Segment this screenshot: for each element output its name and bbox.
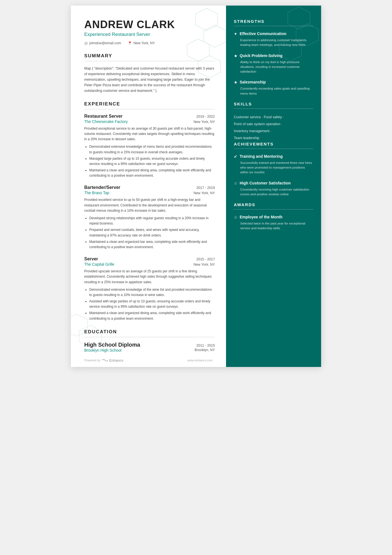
- skill-2: Point of sale system operation ·: [234, 121, 313, 128]
- email-icon: @: [84, 41, 88, 45]
- job-1: Restaurant Server 2019 - 2022 The Cheese…: [84, 114, 215, 179]
- edu-1-school: Brooklyn High School: [84, 348, 121, 352]
- powered-by: Powered by Enhancv: [84, 358, 123, 362]
- strength-1-icon: ✦: [234, 31, 237, 36]
- job-3-company-row: The Capital Grille New York, NY: [84, 262, 215, 267]
- resume-header: ANDREW CLARK Experienced Restaurant Serv…: [84, 19, 215, 45]
- job-1-desc: Provided exceptional service to an avera…: [84, 126, 215, 142]
- location-contact: 📍 New York, NY: [128, 41, 155, 45]
- skills-title: SKILLS: [234, 102, 313, 106]
- job-1-header: Restaurant Server 2019 - 2022: [84, 114, 215, 119]
- resume-wrapper: ANDREW CLARK Experienced Restaurant Serv…: [71, 6, 321, 367]
- strength-3-icon: ★: [234, 80, 237, 85]
- education-title: EDUCATION: [84, 329, 215, 335]
- achievement-2-icon: ☆: [234, 181, 237, 186]
- list-item: Maintained a clean and organized bar are…: [89, 239, 215, 250]
- job-2-company-row: The Brass Tap New York, NY: [84, 191, 215, 195]
- achievements-section: ACHIEVEMENTS ✔ Training and Mentoring Su…: [234, 142, 313, 197]
- strength-3-desc: Consistently exceeding sales goals and u…: [234, 86, 313, 96]
- achievements-title: ACHIEVEMENTS: [234, 142, 313, 146]
- strength-1-desc: Experience in addressing customer compla…: [234, 38, 313, 48]
- edu-1-location: Brooklyn, NY: [195, 348, 215, 352]
- job-1-company: The Cheesecake Factory: [84, 119, 128, 124]
- achievement-1-name: Training and Mentoring: [240, 154, 283, 159]
- location-value: New York, NY: [133, 41, 155, 45]
- award-1-header: ☆ Employee of the Month: [234, 214, 313, 220]
- strength-2-header: ★ Quick Problem-Solving: [234, 53, 313, 58]
- experience-section: EXPERIENCE Restaurant Server 2019 - 2022…: [84, 101, 215, 321]
- strength-3-header: ★ Salesmanship: [234, 80, 313, 85]
- list-item: Managed large parties of up to 15 guests…: [89, 156, 215, 167]
- job-2-location: New York, NY: [193, 191, 215, 195]
- summary-text: Map { "description": "Dedicated and cust…: [84, 66, 215, 93]
- right-column: STRENGTHS ✦ Effective Communication Expe…: [226, 6, 321, 367]
- award-1-desc: Selected twice in the past year for exce…: [234, 221, 313, 231]
- achievement-1: ✔ Training and Mentoring Successfully tr…: [234, 154, 313, 175]
- list-item: Demonstrated extensive knowledge of the …: [89, 287, 215, 298]
- award-1-name: Employee of the Month: [240, 214, 282, 219]
- strength-2-name: Quick Problem-Solving: [240, 53, 282, 58]
- job-3-dates: 2015 - 2017: [196, 257, 215, 261]
- achievement-1-desc: Successfully trained and mentored three …: [234, 161, 313, 175]
- job-3-location: New York, NY: [193, 263, 215, 267]
- skills-divider: [234, 108, 313, 109]
- strengths-section: STRENGTHS ✦ Effective Communication Expe…: [234, 19, 313, 96]
- job-3-desc: Provided upscale service to an average o…: [84, 269, 215, 285]
- education-divider: [84, 337, 215, 337]
- job-2: Bartender/Server 2017 - 2019 The Brass T…: [84, 185, 215, 250]
- job-3-header: Server 2015 - 2017: [84, 256, 215, 262]
- summary-divider: [84, 61, 215, 61]
- strength-3-name: Salesmanship: [240, 80, 266, 85]
- education-section: EDUCATION High School Diploma 2011 - 201…: [84, 329, 215, 352]
- summary-section: SUMMARY Map { "description": "Dedicated …: [84, 53, 215, 93]
- experience-title: EXPERIENCE: [84, 101, 215, 107]
- location-icon: 📍: [128, 41, 132, 45]
- job-3-bullets: Demonstrated extensive knowledge of the …: [84, 287, 215, 321]
- award-1: ☆ Employee of the Month Selected twice i…: [234, 214, 313, 231]
- skill-4: Team leadership: [234, 135, 313, 142]
- left-column: ANDREW CLARK Experienced Restaurant Serv…: [71, 6, 226, 367]
- skill-3: Inventory management ·: [234, 128, 313, 135]
- achievement-2-header: ☆ High Customer Satisfaction: [234, 181, 313, 186]
- skills-list: Customer service · Food safety · Point o…: [234, 114, 313, 142]
- experience-divider: [84, 109, 215, 109]
- strength-1-header: ✦ Effective Communication: [234, 31, 313, 36]
- achievement-2: ☆ High Customer Satisfaction Consistentl…: [234, 181, 313, 197]
- enhancv-logo: Enhancv: [102, 358, 123, 362]
- list-item: Assisted with large parties of up to 10 …: [89, 299, 215, 309]
- strengths-divider: [234, 26, 313, 26]
- job-1-role: Restaurant Server: [84, 114, 123, 119]
- brand-name: Enhancv: [109, 358, 123, 362]
- job-3-company: The Capital Grille: [84, 262, 114, 267]
- awards-title: AWARDS: [234, 202, 313, 207]
- achievements-divider: [234, 149, 313, 149]
- page-footer: Powered by Enhancv www.enhancv.com: [71, 358, 226, 362]
- strength-2-desc: Ability to think on my feet in high-pres…: [234, 60, 313, 74]
- website: www.enhancv.com: [187, 359, 213, 362]
- email-contact: @ johndoe@email.com: [84, 41, 121, 45]
- achievement-1-header: ✔ Training and Mentoring: [234, 154, 313, 159]
- contact-row: @ johndoe@email.com 📍 New York, NY: [84, 41, 215, 45]
- job-3-role: Server: [84, 256, 98, 262]
- strength-2: ★ Quick Problem-Solving Ability to think…: [234, 53, 313, 74]
- achievement-2-desc: Consistently receiving high customer sat…: [234, 187, 313, 197]
- achievement-2-name: High Customer Satisfaction: [240, 181, 291, 186]
- edu-1-degree: High School Diploma: [84, 342, 140, 348]
- job-1-dates: 2019 - 2022: [196, 115, 215, 119]
- list-item: Developed strong relationships with regu…: [89, 216, 215, 226]
- achievement-1-icon: ✔: [234, 154, 237, 159]
- email-value: johndoe@email.com: [89, 41, 121, 45]
- job-1-company-row: The Cheesecake Factory New York, NY: [84, 119, 215, 124]
- list-item: Prepared and served cocktails, beers, an…: [89, 227, 215, 238]
- job-2-role: Bartender/Server: [84, 185, 120, 190]
- powered-by-label: Powered by: [84, 359, 100, 362]
- edu-1-school-row: Brooklyn High School Brooklyn, NY: [84, 348, 215, 352]
- edu-1-header: High School Diploma 2011 - 2015: [84, 342, 215, 348]
- job-3: Server 2015 - 2017 The Capital Grille Ne…: [84, 256, 215, 321]
- award-1-icon: ☆: [234, 215, 237, 220]
- list-item: Demonstrated extensive knowledge of menu…: [89, 144, 215, 155]
- job-2-company: The Brass Tap: [84, 191, 109, 195]
- logo-icon: [102, 358, 108, 362]
- job-1-bullets: Demonstrated extensive knowledge of menu…: [84, 144, 215, 178]
- strength-1: ✦ Effective Communication Experience in …: [234, 31, 313, 48]
